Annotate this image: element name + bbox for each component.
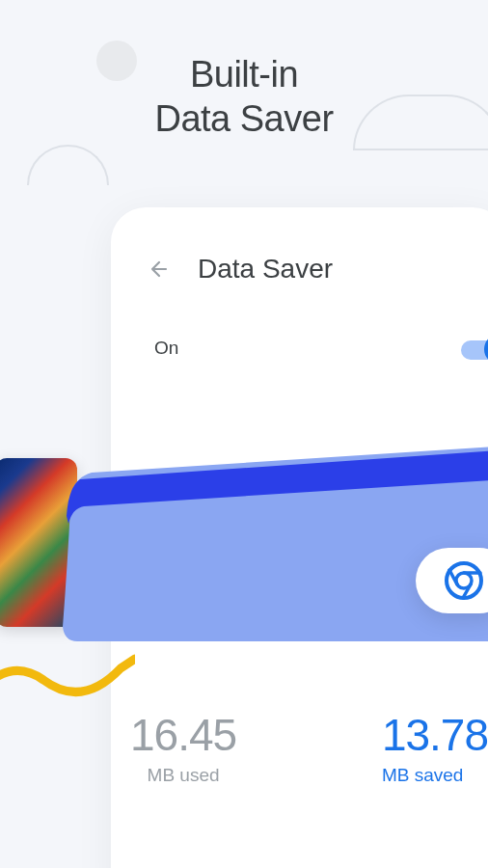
- toggle-row: On: [111, 304, 488, 362]
- savings-chart: [63, 439, 488, 641]
- stats-row: 16.45 MB used 13.78 MB saved: [130, 709, 488, 786]
- chrome-icon: [445, 561, 483, 600]
- stat-saved-value: 13.78: [382, 709, 488, 761]
- svg-point-0: [447, 563, 481, 598]
- decorative-cloud-left: [27, 145, 109, 185]
- data-saver-toggle[interactable]: [449, 335, 488, 362]
- stat-saved: 13.78 MB saved: [382, 709, 488, 786]
- hero-title-line1: Built-in: [190, 54, 298, 95]
- decorative-wave: [0, 641, 135, 728]
- back-icon[interactable]: [148, 258, 171, 281]
- toggle-label: On: [154, 338, 178, 359]
- hero-title-line2: Data Saver: [154, 98, 333, 139]
- chrome-badge[interactable]: [416, 548, 488, 613]
- stat-used: 16.45 MB used: [130, 709, 236, 786]
- decorative-circle: [96, 41, 137, 81]
- card-header: Data Saver: [111, 207, 488, 304]
- card-title: Data Saver: [198, 254, 333, 285]
- stat-saved-label: MB saved: [382, 765, 488, 786]
- stat-used-value: 16.45: [130, 709, 236, 761]
- stat-used-label: MB used: [130, 765, 236, 786]
- toggle-knob: [484, 334, 488, 365]
